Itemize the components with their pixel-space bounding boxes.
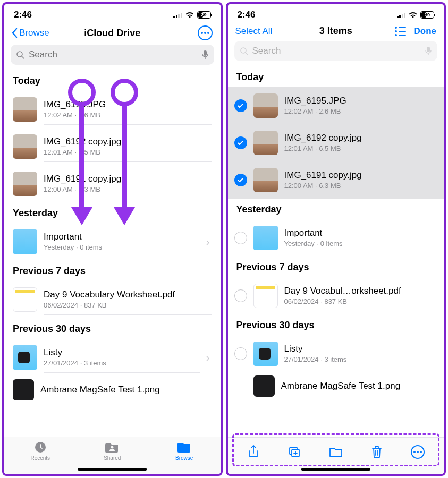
folder-row[interactable]: Listy27/01/2024 · 3 items › — [4, 339, 221, 376]
search-input — [252, 46, 421, 56]
svg-rect-2 — [204, 50, 207, 56]
folder-icon — [13, 229, 37, 254]
move-button[interactable] — [328, 444, 344, 460]
section-header-prev30: Previous 30 days — [228, 314, 444, 335]
section-header-prev7: Previous 7 days — [4, 260, 221, 281]
trash-icon — [371, 445, 383, 459]
file-thumbnail — [13, 172, 37, 196]
folder-name: Important — [284, 228, 436, 238]
wifi-icon — [185, 11, 195, 19]
file-row-selected[interactable]: IMG_6195.JPG12:02 AM · 2.6 MB — [228, 87, 444, 124]
section-header-yesterday: Yesterday — [228, 199, 444, 219]
file-thumbnail — [253, 93, 278, 118]
svg-line-1 — [22, 56, 24, 58]
more-button[interactable] — [410, 444, 426, 460]
file-list[interactable]: Today IMG_6195.JPG12:02 AM · 2.6 MB IMG_… — [228, 66, 444, 437]
file-row[interactable]: IMG_6192 copy.jpg12:01 AM · 6.5 MB — [4, 128, 221, 165]
search-bar[interactable] — [11, 45, 214, 65]
checkbox-unchecked-icon[interactable] — [234, 289, 247, 302]
folder-row[interactable]: ImportantYesterday · 0 items — [228, 219, 444, 257]
file-row[interactable]: Ambrane MagSafe Test 1.png — [4, 376, 221, 404]
folder-meta: 27/01/2024 · 3 items — [284, 355, 436, 363]
folder-icon — [13, 345, 37, 370]
home-indicator[interactable] — [78, 468, 147, 471]
file-name: IMG_6195.JPG — [284, 96, 436, 106]
section-header-yesterday: Yesterday — [4, 202, 221, 223]
file-name: IMG_6192 copy.jpg — [44, 136, 212, 147]
wifi-icon — [408, 11, 418, 19]
status-time: 2:46 — [238, 10, 256, 20]
file-row[interactable]: Day 9 Vocabulary Worksheet.pdf06/02/2024… — [4, 281, 221, 318]
checkbox-checked-icon[interactable] — [234, 174, 247, 186]
share-button[interactable] — [246, 444, 261, 460]
back-button[interactable]: Browse — [12, 28, 49, 38]
search-input[interactable] — [29, 49, 197, 60]
tab-browse[interactable]: Browse — [148, 440, 221, 461]
file-meta: 12:01 AM · 6.5 MB — [284, 144, 436, 152]
section-header-prev30: Previous 30 days — [4, 318, 221, 339]
delete-button[interactable] — [369, 444, 385, 460]
checkbox-checked-icon[interactable] — [234, 99, 247, 112]
file-row[interactable]: Day 9 Vocabul…orksheet.pdf06/02/2024 · 8… — [228, 277, 444, 314]
file-meta: 12:01 AM · 6.5 MB — [44, 148, 212, 156]
file-name: Ambrane MagSafe Test 1.png — [281, 381, 436, 391]
chevron-right-icon: › — [206, 236, 212, 248]
file-row[interactable]: IMG_6191 copy.jpg12:00 AM · 6.3 MB — [4, 165, 221, 202]
folder-name: Listy — [284, 344, 436, 354]
folder-icon — [253, 342, 278, 366]
svg-point-4 — [111, 446, 114, 449]
file-meta: 12:02 AM · 2.6 MB — [284, 107, 436, 115]
chevron-right-icon: › — [206, 352, 212, 364]
status-bar: 2:46 39 — [4, 4, 221, 22]
checkbox-unchecked-icon[interactable] — [234, 232, 247, 244]
file-row[interactable]: Ambrane MagSafe Test 1.png — [228, 372, 444, 400]
folder-name: Listy — [44, 347, 200, 358]
folder-row[interactable]: Listy27/01/2024 · 3 items — [228, 335, 444, 372]
file-thumbnail — [13, 379, 34, 400]
folder-row[interactable]: ImportantYesterday · 0 items › — [4, 223, 221, 260]
folder-icon — [253, 226, 278, 250]
file-thumbnail — [253, 375, 275, 397]
folder-meta: Yesterday · 0 items — [284, 240, 436, 247]
file-name: IMG_6192 copy.jpg — [284, 133, 436, 143]
duplicate-icon — [288, 446, 301, 458]
file-thumbnail — [253, 168, 278, 192]
file-row-selected[interactable]: IMG_6191 copy.jpg12:00 AM · 6.3 MB — [228, 161, 444, 199]
cellular-signal-icon — [173, 12, 182, 18]
ellipsis-icon — [201, 32, 209, 34]
tab-recents[interactable]: Recents — [4, 440, 77, 461]
checkbox-checked-icon[interactable] — [234, 136, 247, 149]
folder-icon — [177, 441, 191, 453]
more-menu-button[interactable] — [198, 25, 213, 40]
file-name: Day 9 Vocabulary Worksheet.pdf — [44, 289, 212, 300]
file-thumbnail — [253, 284, 278, 308]
file-meta: 12:00 AM · 6.3 MB — [284, 182, 436, 190]
tab-shared[interactable]: Shared — [77, 440, 149, 461]
folder-name: Important — [44, 232, 200, 242]
page-title: iCloud Drive — [84, 28, 140, 39]
selection-count: 3 Items — [319, 25, 352, 37]
duplicate-button[interactable] — [286, 444, 302, 460]
section-header-today: Today — [4, 70, 221, 91]
section-header-today: Today — [228, 66, 444, 87]
file-row-selected[interactable]: IMG_6192 copy.jpg12:01 AM · 6.5 MB — [228, 124, 444, 161]
checkbox-unchecked-icon[interactable] — [234, 347, 247, 360]
file-thumbnail — [13, 287, 37, 312]
view-toggle-button[interactable] — [395, 27, 406, 36]
file-row[interactable]: IMG_6195.JPG12:02 AM · 2.6 MB — [4, 91, 221, 128]
search-bar — [234, 41, 438, 61]
home-indicator[interactable] — [301, 468, 370, 471]
nav-bar: Browse iCloud Drive — [4, 22, 221, 45]
file-name: IMG_6191 copy.jpg — [284, 170, 436, 181]
status-time: 2:46 — [14, 10, 32, 20]
file-list[interactable]: Today IMG_6195.JPG12:02 AM · 2.6 MB IMG_… — [4, 70, 221, 437]
status-bar: 2:46 39 — [228, 4, 444, 22]
mic-icon — [425, 46, 432, 56]
select-all-button[interactable]: Select All — [235, 26, 273, 37]
chevron-left-icon — [12, 28, 18, 38]
file-name: Ambrane MagSafe Test 1.png — [40, 385, 212, 395]
folder-meta: Yesterday · 0 items — [44, 243, 200, 251]
mic-icon[interactable] — [201, 50, 209, 59]
done-button[interactable]: Done — [413, 26, 436, 37]
share-icon — [248, 445, 259, 459]
